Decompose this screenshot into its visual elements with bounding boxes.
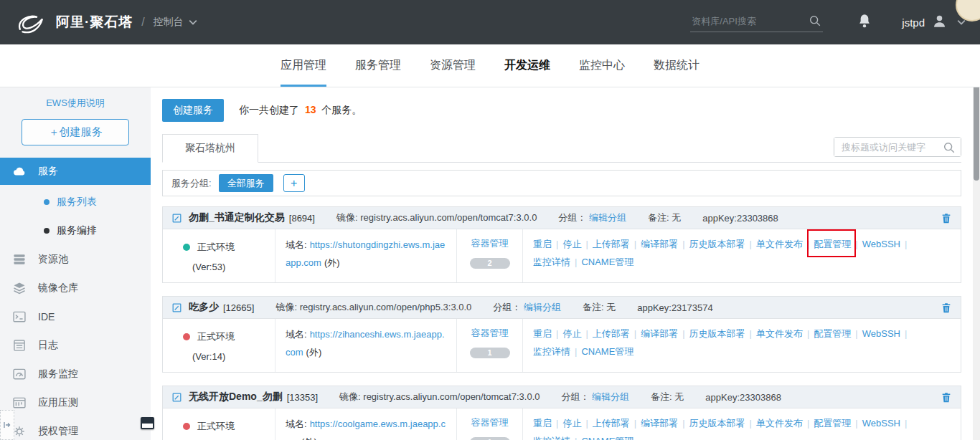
edit-group-link[interactable]: 编辑分组 bbox=[589, 212, 626, 223]
sidebar-item-label: IDE bbox=[38, 311, 55, 322]
action-link[interactable]: 重启 bbox=[533, 418, 552, 429]
action-link[interactable]: WebSSH bbox=[862, 328, 900, 339]
sidebar-item-services[interactable]: 服务 bbox=[0, 158, 151, 185]
action-link[interactable]: 监控详情 bbox=[533, 257, 570, 267]
sidebar-item-logs[interactable]: 日志 bbox=[0, 331, 151, 360]
service-note-meta: 备注: 无 bbox=[583, 301, 616, 314]
bell-icon[interactable] bbox=[857, 13, 872, 32]
action-link[interactable]: 编译部署 bbox=[641, 418, 678, 429]
add-group-button[interactable]: + bbox=[283, 174, 305, 192]
container-manage-link[interactable]: 容器管理 bbox=[471, 417, 509, 428]
floating-widget[interactable] bbox=[141, 417, 154, 429]
service-card-body: 正式环境(Ver:14)域名:https://zihanceshi.ews.m.… bbox=[163, 319, 961, 372]
search-icon[interactable] bbox=[809, 14, 821, 30]
sidebar-item-resource-pool[interactable]: 资源池 bbox=[0, 245, 151, 274]
service-card-header: 无线开放Demo_勿删[13353]镜像: registry.acs.aliyu… bbox=[163, 386, 961, 408]
sidebar-item-image-registry[interactable]: 镜像仓库 bbox=[0, 274, 151, 302]
sidebar-item-service-orchestration[interactable]: 服务编排 bbox=[0, 216, 151, 245]
action-link[interactable]: 监控详情 bbox=[533, 436, 570, 440]
search-icon[interactable] bbox=[943, 141, 956, 157]
action-link[interactable]: 历史版本部署 bbox=[689, 239, 745, 249]
sidebar-item-service-monitor[interactable]: 服务监控 bbox=[0, 360, 151, 388]
delete-icon[interactable] bbox=[941, 212, 952, 224]
sidebar-item-service-list[interactable]: 服务列表 bbox=[0, 188, 151, 216]
sidebar-item-stress-test[interactable]: 应用压测 bbox=[0, 388, 151, 417]
global-search bbox=[690, 12, 823, 32]
env-status: 正式环境 bbox=[183, 330, 275, 343]
action-link[interactable]: 重启 bbox=[533, 328, 552, 339]
action-link[interactable]: CNAME管理 bbox=[581, 436, 633, 440]
tab-app-management[interactable]: 应用管理 bbox=[281, 44, 326, 87]
tab-service-management[interactable]: 服务管理 bbox=[355, 44, 401, 87]
sidebar-item-ide[interactable]: IDE bbox=[0, 302, 151, 331]
chevron-down-icon[interactable] bbox=[189, 19, 197, 25]
ews-help-link[interactable]: EWS使用说明 bbox=[0, 97, 151, 110]
edit-icon[interactable] bbox=[171, 302, 182, 313]
sidebar-collapse-handle[interactable] bbox=[0, 410, 14, 440]
action-link[interactable]: 监控详情 bbox=[533, 346, 570, 357]
container-manage-link[interactable]: 容器管理 bbox=[471, 238, 509, 249]
action-link[interactable]: 停止 bbox=[562, 418, 581, 429]
action-link[interactable]: 上传部署 bbox=[593, 239, 630, 249]
action-link[interactable]: 配置管理 bbox=[814, 328, 851, 339]
edit-group-link[interactable]: 编辑分组 bbox=[524, 302, 561, 312]
user-icon[interactable] bbox=[932, 14, 947, 32]
env-status-dot bbox=[183, 423, 190, 430]
domain-suffix: (外) bbox=[324, 257, 340, 268]
topbar-right: jstpd bbox=[690, 12, 966, 32]
delete-icon[interactable] bbox=[941, 391, 952, 403]
action-link[interactable]: 历史版本部署 bbox=[689, 328, 745, 339]
action-link[interactable]: CNAME管理 bbox=[581, 257, 633, 267]
action-link[interactable]: 历史版本部署 bbox=[689, 418, 745, 429]
action-link[interactable]: 上传部署 bbox=[593, 418, 630, 429]
action-link[interactable]: WebSSH bbox=[862, 418, 900, 429]
action-separator: | bbox=[556, 328, 558, 339]
chevron-down-icon[interactable] bbox=[957, 19, 966, 25]
edit-icon[interactable] bbox=[171, 392, 182, 403]
group-label: 分组： bbox=[561, 391, 589, 402]
action-separator: | bbox=[750, 239, 752, 249]
brand-title: 阿里·聚石塔 bbox=[56, 13, 133, 32]
domain-link[interactable]: https://shutongdingzhi.ews.m.jaeapp.com bbox=[286, 239, 445, 268]
action-link[interactable]: 上传部署 bbox=[593, 328, 630, 339]
action-link[interactable]: 单文件发布 bbox=[756, 239, 803, 249]
console-menu[interactable]: 控制台 bbox=[154, 16, 184, 29]
filter-search-input[interactable] bbox=[834, 138, 961, 156]
action-link[interactable]: 重启 bbox=[533, 239, 552, 249]
tab-devops[interactable]: 开发运维 bbox=[504, 44, 550, 87]
create-service-button[interactable]: 创建服务 bbox=[162, 99, 224, 122]
action-link[interactable]: 配置管理 bbox=[814, 239, 851, 249]
action-link[interactable]: 停止 bbox=[562, 328, 581, 339]
edit-icon[interactable] bbox=[171, 213, 182, 224]
action-link[interactable]: CNAME管理 bbox=[581, 346, 633, 357]
action-link[interactable]: 编译部署 bbox=[641, 328, 678, 339]
action-link[interactable]: 停止 bbox=[562, 239, 581, 249]
action-separator: | bbox=[905, 328, 907, 339]
action-link[interactable]: 配置管理 bbox=[814, 418, 851, 429]
tab-monitor-center[interactable]: 监控中心 bbox=[579, 44, 625, 87]
domain-column: 域名:https://shutongdingzhi.ews.m.jaeapp.c… bbox=[275, 229, 456, 282]
all-services-button[interactable]: 全部服务 bbox=[219, 174, 273, 192]
image-value: registry.acs.aliyun.com/open/tomcat7:3.0… bbox=[360, 212, 537, 223]
note-value: 无 bbox=[672, 212, 681, 223]
action-separator: | bbox=[807, 239, 809, 249]
action-link[interactable]: 单文件发布 bbox=[756, 328, 803, 339]
service-actions: 重启|停止|上传部署|编译部署|历史版本部署|单文件发布|配置管理|WebSSH… bbox=[522, 408, 961, 440]
username[interactable]: jstpd bbox=[902, 16, 925, 29]
action-link[interactable]: WebSSH bbox=[862, 239, 900, 249]
tab-data-statistics[interactable]: 数据统计 bbox=[654, 44, 699, 87]
delete-icon[interactable] bbox=[941, 302, 952, 314]
container-manage-link[interactable]: 容器管理 bbox=[471, 327, 509, 338]
sidebar-item-authorization[interactable]: 授权管理 bbox=[0, 417, 151, 440]
tab-jushita-hangzhou[interactable]: 聚石塔杭州 bbox=[162, 134, 258, 163]
edit-group-link[interactable]: 编辑分组 bbox=[592, 391, 629, 402]
action-link[interactable]: 单文件发布 bbox=[756, 418, 803, 429]
sidebar-item-label: 镜像仓库 bbox=[38, 282, 78, 295]
scrollbar-thumb[interactable] bbox=[974, 87, 979, 181]
sidebar-create-service-button[interactable]: ＋创建服务 bbox=[22, 119, 129, 145]
tab-resource-management[interactable]: 资源管理 bbox=[430, 44, 476, 87]
global-search-input[interactable] bbox=[690, 12, 823, 32]
action-link[interactable]: 编译部署 bbox=[641, 239, 678, 249]
action-separator: | bbox=[575, 346, 577, 357]
action-separator: | bbox=[556, 239, 558, 249]
